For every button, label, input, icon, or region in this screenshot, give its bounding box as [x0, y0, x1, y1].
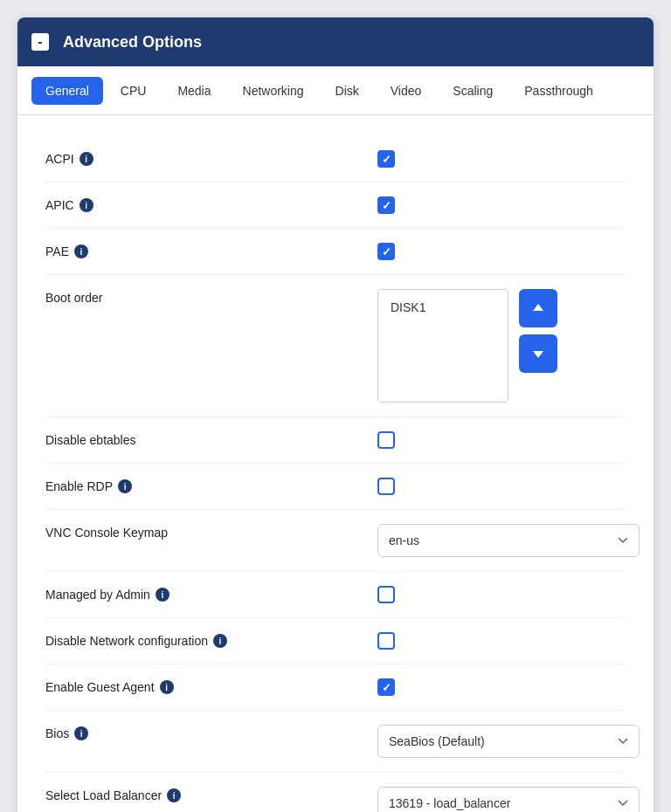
apic-label: APIC i — [45, 196, 377, 212]
apic-checkmark: ✓ — [382, 199, 391, 212]
vnc-keymap-row: VNC Console Keymap en-us de fr es — [45, 510, 626, 572]
enable-rdp-label: Enable RDP i — [45, 478, 377, 493]
load-balancer-label: Select Load Balancer i — [45, 787, 377, 802]
managed-by-admin-control — [377, 586, 626, 603]
acpi-control: ✓ — [377, 150, 626, 168]
enable-guest-agent-info-icon[interactable]: i — [160, 680, 174, 694]
apic-info-icon[interactable]: i — [80, 198, 93, 212]
apic-checkbox[interactable]: ✓ — [377, 196, 395, 214]
up-arrow-icon — [531, 301, 545, 315]
pae-checkmark: ✓ — [382, 245, 391, 258]
bios-control: SeaBios (Default) OVMF (UEFI) — [377, 725, 640, 758]
advanced-options-window: - Advanced Options General CPU Media Net… — [17, 17, 654, 812]
enable-rdp-checkbox[interactable] — [377, 478, 395, 495]
acpi-checkbox[interactable]: ✓ — [377, 150, 395, 168]
disable-network-config-checkbox[interactable] — [377, 632, 395, 650]
boot-order-buttons — [519, 289, 557, 373]
bios-row: Bios i SeaBios (Default) OVMF (UEFI) — [45, 711, 626, 773]
enable-guest-agent-checkmark: ✓ — [382, 681, 391, 694]
apic-row: APIC i ✓ — [45, 182, 626, 229]
acpi-info-icon[interactable]: i — [80, 152, 93, 166]
acpi-label: ACPI i — [45, 150, 377, 166]
bios-select[interactable]: SeaBios (Default) OVMF (UEFI) — [377, 725, 640, 758]
boot-order-container: DISK1 — [377, 289, 557, 403]
vnc-keymap-select[interactable]: en-us de fr es — [377, 524, 640, 557]
managed-by-admin-checkbox[interactable] — [377, 586, 395, 603]
vnc-keymap-control: en-us de fr es — [377, 524, 640, 557]
pae-control: ✓ — [377, 243, 626, 260]
bios-info-icon[interactable]: i — [74, 726, 88, 740]
enable-rdp-info-icon[interactable]: i — [118, 479, 132, 493]
boot-order-control: DISK1 — [377, 289, 626, 403]
disable-ebtables-checkbox[interactable] — [377, 431, 395, 449]
boot-order-label: Boot order — [45, 289, 377, 305]
tab-general[interactable]: General — [31, 77, 103, 105]
load-balancer-control: 13619 - load_balancer None — [377, 787, 640, 812]
down-arrow-icon — [531, 347, 545, 361]
pae-info-icon[interactable]: i — [74, 244, 88, 258]
boot-order-down-button[interactable] — [519, 334, 557, 373]
managed-by-admin-row: Managed by Admin i — [45, 572, 626, 618]
tab-cpu[interactable]: CPU — [107, 77, 161, 105]
tab-media[interactable]: Media — [163, 77, 225, 105]
disable-network-config-info-icon[interactable]: i — [213, 634, 227, 648]
disable-ebtables-label: Disable ebtables — [45, 431, 377, 447]
pae-checkbox[interactable]: ✓ — [377, 243, 395, 260]
enable-guest-agent-control: ✓ — [377, 678, 626, 696]
pae-label: PAE i — [45, 243, 377, 258]
titlebar: - Advanced Options — [17, 17, 654, 66]
bios-label: Bios i — [45, 725, 377, 740]
disable-network-config-row: Disable Network configuration i — [45, 618, 626, 664]
disable-ebtables-row: Disable ebtables — [45, 417, 626, 464]
load-balancer-row: Select Load Balancer i 13619 - load_bala… — [45, 773, 626, 812]
vnc-keymap-label: VNC Console Keymap — [45, 524, 377, 540]
tab-networking[interactable]: Networking — [229, 77, 318, 105]
enable-rdp-control — [377, 478, 626, 495]
tab-video[interactable]: Video — [377, 77, 436, 105]
load-balancer-info-icon[interactable]: i — [167, 788, 181, 802]
managed-by-admin-info-icon[interactable]: i — [156, 588, 169, 602]
tab-passthrough[interactable]: Passthrough — [510, 77, 607, 105]
boot-order-up-button[interactable] — [519, 289, 557, 327]
acpi-checkmark: ✓ — [382, 153, 391, 166]
tab-scaling[interactable]: Scaling — [439, 77, 507, 105]
tab-bar: General CPU Media Networking Disk Video … — [17, 66, 654, 115]
boot-order-row: Boot order DISK1 — [45, 275, 626, 417]
load-balancer-select[interactable]: 13619 - load_balancer None — [377, 787, 640, 812]
form-content: ACPI i ✓ APIC i ✓ PAE — [17, 115, 654, 812]
apic-control: ✓ — [377, 196, 626, 214]
disable-ebtables-control — [377, 431, 626, 449]
enable-guest-agent-row: Enable Guest Agent i ✓ — [45, 664, 626, 711]
window-title: Advanced Options — [63, 33, 202, 52]
enable-guest-agent-label: Enable Guest Agent i — [45, 678, 377, 694]
disable-network-config-control — [377, 632, 626, 650]
enable-rdp-row: Enable RDP i — [45, 464, 626, 510]
disable-network-config-label: Disable Network configuration i — [45, 632, 377, 648]
managed-by-admin-label: Managed by Admin i — [45, 586, 377, 602]
pae-row: PAE i ✓ — [45, 229, 626, 275]
boot-order-list[interactable]: DISK1 — [377, 289, 508, 403]
minimize-button[interactable]: - — [31, 33, 49, 51]
enable-guest-agent-checkbox[interactable]: ✓ — [377, 678, 395, 696]
boot-order-item[interactable]: DISK1 — [385, 297, 501, 318]
acpi-row: ACPI i ✓ — [45, 136, 626, 182]
tab-disk[interactable]: Disk — [322, 77, 373, 105]
